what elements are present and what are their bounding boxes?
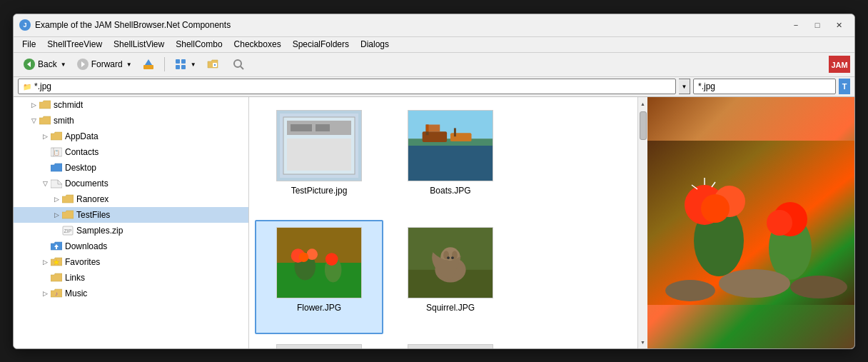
folder-icon-appdata bbox=[51, 131, 62, 142]
menu-shelltreeview[interactable]: ShellTreeView bbox=[41, 38, 108, 51]
minimize-button[interactable]: − bbox=[786, 18, 806, 32]
forward-dropdown[interactable]: ▼ bbox=[125, 61, 133, 68]
file-item-unknown1[interactable] bbox=[255, 337, 383, 348]
tree-item-ranorex[interactable]: ▷ Ranorex bbox=[14, 191, 248, 207]
svg-rect-37 bbox=[450, 133, 472, 141]
expand-icon-favorites[interactable]: ▷ bbox=[39, 256, 51, 268]
tree-item-music[interactable]: ▷ ♪ Music bbox=[14, 286, 248, 301]
tree-item-desktop[interactable]: ▷ Desktop bbox=[14, 160, 248, 176]
navigate-up-icon bbox=[142, 58, 155, 71]
address-bar: 📁 ▼ T bbox=[14, 77, 854, 97]
folder-icon-samples: ZIP bbox=[62, 225, 74, 236]
menu-bar: File ShellTreeView ShellListView ShellCo… bbox=[14, 37, 854, 53]
menu-file[interactable]: File bbox=[16, 38, 41, 51]
view-mode-icon bbox=[174, 58, 187, 71]
forward-button[interactable]: Forward ▼ bbox=[71, 55, 134, 74]
expand-icon-appdata[interactable]: ▷ bbox=[39, 131, 51, 142]
expand-icon-schmidt[interactable]: ▷ bbox=[28, 99, 39, 111]
svg-rect-9 bbox=[181, 65, 186, 69]
scroll-up-arrow[interactable]: ▲ bbox=[639, 99, 647, 110]
tree-item-documents[interactable]: ▽ Documents bbox=[14, 176, 248, 191]
file-label-flower: Flower.JPG bbox=[297, 303, 341, 313]
tree-label-contacts: Contacts bbox=[65, 147, 99, 157]
svg-rect-28 bbox=[287, 139, 351, 171]
address-folder-icon: 📁 bbox=[23, 83, 31, 91]
address-dropdown-arrow[interactable]: ▼ bbox=[679, 79, 690, 94]
tree-item-schmidt[interactable]: ▷ schmidt bbox=[14, 97, 248, 113]
expand-icon-testfiles[interactable]: ▷ bbox=[51, 209, 62, 221]
tree-item-links[interactable]: ▷ Links bbox=[14, 270, 248, 286]
expand-icon-smith[interactable]: ▽ bbox=[28, 115, 39, 126]
file-grid: TestPicture.jpg bbox=[249, 97, 637, 348]
file-label-boats: Boats.JPG bbox=[430, 186, 470, 196]
address-input-field[interactable] bbox=[34, 81, 671, 91]
view-dropdown[interactable]: ▼ bbox=[189, 61, 198, 68]
filter-input-field[interactable] bbox=[698, 81, 831, 91]
tree-item-samples[interactable]: ▷ ZIP Samples.zip bbox=[14, 223, 248, 238]
svg-rect-8 bbox=[176, 65, 180, 69]
file-item-flower[interactable]: Flower.JPG bbox=[255, 220, 383, 334]
menu-shelllistview[interactable]: ShellListView bbox=[108, 38, 170, 51]
svg-point-53 bbox=[447, 256, 450, 259]
svg-point-46 bbox=[326, 253, 338, 266]
tree-label-smith: smith bbox=[54, 116, 74, 126]
scroll-down-arrow[interactable]: ▼ bbox=[639, 337, 647, 348]
folder-icon-ranorex bbox=[62, 193, 74, 205]
view-mode-button[interactable]: ▼ bbox=[169, 55, 198, 74]
file-thumb-squirrel bbox=[408, 227, 493, 298]
file-item-unknown2[interactable] bbox=[386, 337, 515, 348]
back-label: Back bbox=[38, 59, 57, 69]
svg-text:♪: ♪ bbox=[55, 291, 58, 297]
menu-shellcombo[interactable]: ShellCombo bbox=[170, 38, 228, 51]
file-thumb-unknown2 bbox=[408, 344, 493, 348]
tree-item-appdata[interactable]: ▷ AppData bbox=[14, 129, 248, 144]
tree-item-contacts[interactable]: ▷ 📋 Contacts bbox=[14, 144, 248, 160]
expand-icon-music[interactable]: ▷ bbox=[39, 288, 51, 299]
file-item-squirrel[interactable]: Squirrel.JPG bbox=[386, 220, 515, 334]
close-button[interactable]: ✕ bbox=[829, 18, 849, 32]
tree-item-smith[interactable]: ▽ smith bbox=[14, 113, 248, 129]
folder-icon-favorites bbox=[51, 256, 62, 268]
filter-input-wrapper bbox=[693, 79, 836, 94]
file-thumb-boats bbox=[408, 110, 493, 181]
folder-icon-downloads bbox=[51, 241, 62, 252]
expand-icon-ranorex[interactable]: ▷ bbox=[51, 193, 62, 205]
back-button[interactable]: Back ▼ bbox=[18, 55, 69, 74]
search-button[interactable] bbox=[227, 55, 250, 74]
svg-rect-38 bbox=[454, 128, 456, 136]
maximize-button[interactable]: □ bbox=[807, 18, 827, 32]
menu-specialfolders[interactable]: SpecialFolders bbox=[287, 38, 355, 51]
expand-icon-documents[interactable]: ▽ bbox=[39, 178, 51, 189]
svg-rect-40 bbox=[277, 263, 361, 298]
tree-item-testfiles[interactable]: ▷ TestFiles bbox=[14, 207, 248, 223]
svg-line-13 bbox=[241, 66, 243, 69]
svg-marker-5 bbox=[145, 59, 152, 65]
window-title: Example of the JAM ShellBrowser.Net Comp… bbox=[35, 20, 786, 30]
file-item-testpicture[interactable]: TestPicture.jpg bbox=[255, 103, 383, 217]
search-icon bbox=[232, 58, 245, 71]
tree-label-downloads: Downloads bbox=[65, 241, 107, 251]
svg-point-44 bbox=[298, 252, 308, 262]
folder-icon-smith bbox=[39, 115, 51, 126]
tree-label-documents: Documents bbox=[65, 179, 108, 188]
svg-rect-6 bbox=[176, 59, 180, 64]
new-folder-button[interactable] bbox=[201, 55, 224, 74]
menu-checkboxes[interactable]: Checkboxes bbox=[228, 38, 287, 51]
preview-image bbox=[647, 97, 854, 348]
svg-point-66 bbox=[701, 194, 730, 223]
svg-rect-11 bbox=[214, 64, 216, 66]
folder-icon-contacts: 📋 bbox=[51, 146, 62, 158]
svg-rect-4 bbox=[143, 65, 153, 69]
svg-point-75 bbox=[790, 276, 847, 298]
scroll-thumb[interactable] bbox=[640, 111, 647, 140]
menu-dialogs[interactable]: Dialogs bbox=[355, 38, 395, 51]
tree-item-favorites[interactable]: ▷ Favorites bbox=[14, 254, 248, 270]
file-item-boats[interactable]: Boats.JPG bbox=[386, 103, 515, 217]
tree-label-samples: Samples.zip bbox=[76, 226, 123, 236]
back-dropdown[interactable]: ▼ bbox=[59, 61, 68, 68]
svg-point-72 bbox=[767, 210, 792, 236]
tree-item-downloads[interactable]: ▷ Downloads bbox=[14, 238, 248, 254]
window-controls: − □ ✕ bbox=[786, 18, 849, 32]
filter-corner-btn[interactable]: T bbox=[839, 79, 850, 94]
navigate-up-button[interactable] bbox=[137, 55, 160, 74]
